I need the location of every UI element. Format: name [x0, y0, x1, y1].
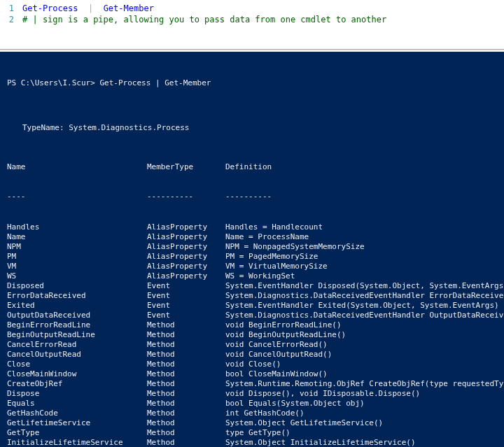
- member-row: OutputDataReceivedEventSystem.Diagnostic…: [7, 311, 504, 320]
- console-output[interactable]: PS C:\Users\I.Scur> Get-Process | Get-Me…: [0, 52, 504, 447]
- typename-line: TypeName: System.Diagnostics.Process: [22, 123, 504, 133]
- member-row: EqualsMethodbool Equals(System.Object ob…: [7, 399, 504, 409]
- member-type: Method: [147, 350, 225, 360]
- member-name: Equals: [7, 399, 147, 409]
- member-name: CreateObjRef: [7, 379, 147, 389]
- member-type: Event: [147, 301, 225, 311]
- token: Get-Process: [22, 3, 78, 13]
- header-definition: Definition: [225, 162, 504, 172]
- member-row: CloseMethodvoid Close(): [7, 360, 504, 369]
- member-name: Disposed: [7, 281, 147, 291]
- script-editor[interactable]: 1Get-Process | Get-Member2# | sign is a …: [0, 0, 504, 49]
- member-name: GetLifetimeService: [7, 418, 147, 428]
- member-definition: PM = PagedMemorySize: [225, 252, 504, 262]
- member-name: CancelErrorRead: [7, 340, 147, 350]
- member-definition: void BeginErrorReadLine(): [225, 320, 504, 330]
- member-type: AliasProperty: [147, 252, 225, 262]
- member-definition: void Dispose(), void IDisposable.Dispose…: [225, 389, 504, 399]
- member-type: Event: [147, 311, 225, 320]
- member-row: PMAliasPropertyPM = PagedMemorySize: [7, 252, 504, 262]
- member-type: Method: [147, 340, 225, 350]
- member-definition: System.Diagnostics.DataReceivedEventHand…: [225, 291, 504, 301]
- editor-line[interactable]: 1Get-Process | Get-Member: [0, 3, 504, 14]
- member-name: Close: [7, 360, 147, 369]
- member-definition: Handles = Handlecount: [225, 222, 504, 232]
- column-headers: Name MemberType Definition: [7, 162, 504, 172]
- editor-line[interactable]: 2# | sign is a pipe, allowing you to pas…: [0, 14, 504, 25]
- member-row: ErrorDataReceivedEventSystem.Diagnostics…: [7, 291, 504, 301]
- member-row: GetTypeMethodtype GetType(): [7, 428, 504, 438]
- member-row: CloseMainWindowMethodbool CloseMainWindo…: [7, 369, 504, 379]
- member-type: AliasProperty: [147, 262, 225, 271]
- member-name: Name: [7, 232, 147, 242]
- member-type: Method: [147, 438, 225, 447]
- member-type: AliasProperty: [147, 232, 225, 242]
- underline-definition: ----------: [225, 192, 504, 201]
- prompt-line: PS C:\Users\I.Scur> Get-Process | Get-Me…: [7, 78, 504, 88]
- member-definition: NPM = NonpagedSystemMemorySize: [225, 242, 504, 252]
- member-row: NPMAliasPropertyNPM = NonpagedSystemMemo…: [7, 242, 504, 252]
- member-definition: bool Equals(System.Object obj): [225, 399, 504, 409]
- member-type: Event: [147, 291, 225, 301]
- member-row: NameAliasPropertyName = ProcessName: [7, 232, 504, 242]
- member-name: BeginOutputReadLine: [7, 330, 147, 340]
- member-definition: void Close(): [225, 360, 504, 369]
- member-type: Method: [147, 409, 225, 418]
- member-definition: VM = VirtualMemorySize: [225, 262, 504, 271]
- member-definition: System.Diagnostics.DataReceivedEventHand…: [225, 311, 504, 320]
- member-row: VMAliasPropertyVM = VirtualMemorySize: [7, 262, 504, 271]
- member-row: InitializeLifetimeServiceMethodSystem.Ob…: [7, 438, 504, 447]
- member-definition: WS = WorkingSet: [225, 271, 504, 281]
- member-row: CreateObjRefMethodSystem.Runtime.Remotin…: [7, 379, 504, 389]
- member-type: AliasProperty: [147, 271, 225, 281]
- member-row: GetLifetimeServiceMethodSystem.Object Ge…: [7, 418, 504, 428]
- line-number: 2: [0, 14, 22, 25]
- member-type: Method: [147, 320, 225, 330]
- editor-line-content[interactable]: # | sign is a pipe, allowing you to pass…: [22, 14, 386, 25]
- member-definition: int GetHashCode(): [225, 409, 504, 418]
- header-membertype: MemberType: [147, 162, 225, 172]
- member-name: ErrorDataReceived: [7, 291, 147, 301]
- member-type: AliasProperty: [147, 222, 225, 232]
- member-name: GetHashCode: [7, 409, 147, 418]
- member-definition: bool CloseMainWindow(): [225, 369, 504, 379]
- member-rows: HandlesAliasPropertyHandles = Handlecoun…: [7, 222, 504, 447]
- member-definition: void CancelErrorRead(): [225, 340, 504, 350]
- member-name: Exited: [7, 301, 147, 311]
- member-type: Method: [147, 330, 225, 340]
- member-definition: type GetType(): [225, 428, 504, 438]
- member-definition: System.Runtime.Remoting.ObjRef CreateObj…: [225, 379, 504, 389]
- member-definition: System.Object InitializeLifetimeService(…: [225, 438, 504, 447]
- member-row: DisposedEventSystem.EventHandler Dispose…: [7, 281, 504, 291]
- member-row: CancelOutputReadMethodvoid CancelOutputR…: [7, 350, 504, 360]
- member-row: CancelErrorReadMethodvoid CancelErrorRea…: [7, 340, 504, 350]
- member-name: OutputDataReceived: [7, 311, 147, 320]
- header-name: Name: [7, 162, 147, 172]
- token: Get-Member: [104, 3, 154, 13]
- underline-name: ----: [7, 192, 147, 201]
- member-definition: void CancelOutputRead(): [225, 350, 504, 360]
- member-definition: System.Object GetLifetimeService(): [225, 418, 504, 428]
- member-name: NPM: [7, 242, 147, 252]
- token: [78, 3, 88, 13]
- member-definition: Name = ProcessName: [225, 232, 504, 242]
- member-name: BeginErrorReadLine: [7, 320, 147, 330]
- member-name: GetType: [7, 428, 147, 438]
- member-name: WS: [7, 271, 147, 281]
- member-row: HandlesAliasPropertyHandles = Handlecoun…: [7, 222, 504, 232]
- member-row: WSAliasPropertyWS = WorkingSet: [7, 271, 504, 281]
- member-definition: void BeginOutputReadLine(): [225, 330, 504, 340]
- member-name: Dispose: [7, 389, 147, 399]
- member-definition: System.EventHandler Disposed(System.Obje…: [225, 281, 504, 291]
- member-name: PM: [7, 252, 147, 262]
- member-row: BeginOutputReadLineMethodvoid BeginOutpu…: [7, 330, 504, 340]
- token: [93, 3, 103, 13]
- member-type: Method: [147, 418, 225, 428]
- member-name: CancelOutputRead: [7, 350, 147, 360]
- member-type: Method: [147, 399, 225, 409]
- member-row: ExitedEventSystem.EventHandler Exited(Sy…: [7, 301, 504, 311]
- member-type: Method: [147, 389, 225, 399]
- editor-line-content[interactable]: Get-Process | Get-Member: [22, 3, 154, 14]
- member-row: GetHashCodeMethodint GetHashCode(): [7, 409, 504, 418]
- token: # | sign is a pipe, allowing you to pass…: [22, 15, 386, 24]
